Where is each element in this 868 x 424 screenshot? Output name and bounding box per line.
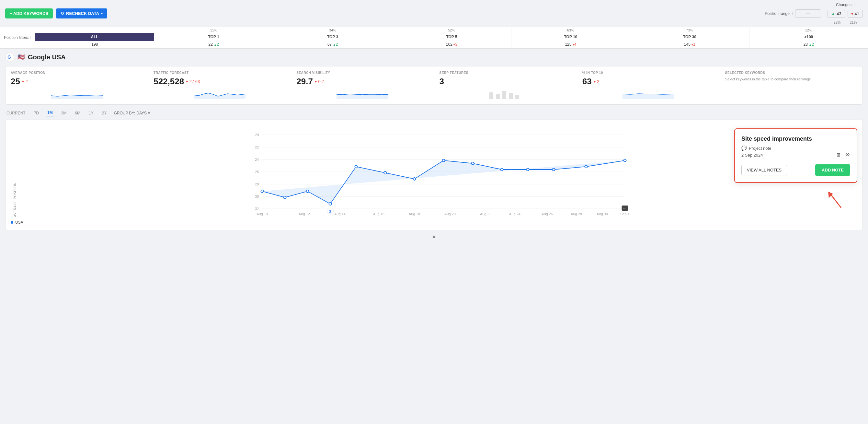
svg-point-31 — [384, 171, 387, 174]
filter-top10-name: TOP 10 — [512, 33, 630, 41]
time-btn-1y[interactable]: 1Y — [88, 110, 95, 116]
filter-gt100-count: 23 ▲2 — [749, 41, 868, 48]
svg-text:Sep 1: Sep 1 — [620, 212, 630, 216]
svg-point-26 — [261, 190, 264, 193]
note-footer: VIEW ALL NOTES ADD NOTE — [741, 164, 850, 176]
add-keywords-button[interactable]: + ADD KEYWORDS — [5, 8, 53, 19]
note-type: 💬 Project note — [741, 145, 850, 151]
svg-text:20: 20 — [255, 133, 259, 137]
changes-down-badge: ▾ 41 — [847, 10, 863, 18]
changes-up-badge: ▲ 43 — [828, 10, 845, 18]
google-usa-title: Google USA — [28, 54, 66, 61]
changes-up-pct: 22% — [834, 21, 841, 24]
svg-text:26: 26 — [255, 170, 259, 174]
filter-top30[interactable]: 73% TOP 30 145 ▾1 — [630, 27, 749, 48]
main-chart-svg: 20 22 24 26 28 30 32 — [17, 125, 857, 216]
filter-top1[interactable]: 11% TOP 1 22 ▲2 — [154, 27, 273, 48]
filter-top10-count: 125 ▾4 — [512, 41, 630, 48]
svg-point-35 — [501, 168, 503, 171]
time-btn-7d[interactable]: 7D — [33, 110, 40, 116]
metric-visibility-value: 29.7 ▾ 0.7 — [296, 77, 429, 87]
chart-y-axis-label: AVERAGE POSITION — [11, 125, 17, 217]
svg-point-34 — [471, 162, 474, 165]
filter-all[interactable]: ALL 198 — [35, 27, 154, 48]
metric-serp-features: SERP FEATURES 3 — [434, 66, 577, 104]
svg-text:Aug 16: Aug 16 — [373, 212, 384, 216]
metric-traffic-label: TRAFFIC FORECAST — [154, 71, 286, 75]
filter-gt100[interactable]: 12% >100 23 ▲2 — [749, 27, 868, 48]
svg-text:28: 28 — [255, 182, 259, 186]
metric-selected-label: SELECTED KEYWORDS — [725, 71, 857, 75]
delete-note-button[interactable]: 🗑 — [836, 152, 841, 158]
time-btn-1m[interactable]: 1M — [46, 110, 54, 116]
svg-point-29 — [329, 203, 332, 205]
position-range-input[interactable]: — — [795, 9, 821, 18]
position-filters-info-icon: i — [30, 36, 31, 39]
time-btn-6m[interactable]: 6M — [73, 110, 82, 116]
metric-avg-position: AVERAGE POSITION 25 ▾ 2 — [5, 66, 148, 104]
filter-top5-name: TOP 5 — [392, 33, 511, 41]
usa-flag-icon: 🇺🇸 — [18, 54, 25, 61]
filter-top1-name: TOP 1 — [154, 33, 273, 41]
time-btn-3m[interactable]: 3M — [60, 110, 68, 116]
metric-avg-position-change: ▾ 2 — [22, 79, 28, 84]
avg-position-sparkline — [11, 89, 143, 99]
metric-visibility-label: SEARCH VISIBILITY — [296, 71, 429, 75]
google-logo-icon: G — [5, 53, 14, 62]
time-btn-current[interactable]: CURRENT — [5, 110, 27, 116]
metrics-row: AVERAGE POSITION 25 ▾ 2 TRAFFIC FORECAST… — [5, 66, 863, 105]
metric-pct-top10: % IN TOP 10 63 ▾ 2 — [577, 66, 720, 104]
svg-point-38 — [585, 165, 588, 168]
filter-top3-name: TOP 3 — [273, 33, 392, 41]
metric-search-visibility: SEARCH VISIBILITY 29.7 ▾ 0.7 — [291, 66, 434, 104]
svg-text:G: G — [7, 54, 11, 60]
position-range-info-icon: i — [792, 12, 793, 15]
chart-controls: CURRENT 7D 1M 3M 6M 1Y 2Y GROUP BY: DAYS… — [5, 110, 863, 116]
svg-text:22: 22 — [255, 145, 259, 149]
svg-marker-10 — [622, 94, 674, 99]
time-btn-2y[interactable]: 2Y — [101, 110, 108, 116]
usa-legend-label: USA — [15, 220, 23, 225]
group-by-chevron-icon: ▾ — [148, 111, 150, 115]
svg-point-28 — [306, 190, 309, 193]
recheck-data-button[interactable]: ↻ RECHECK DATA ▾ — [56, 8, 107, 19]
filter-top10[interactable]: 63% TOP 10 125 ▾4 — [512, 27, 630, 48]
collapse-arrow-icon: ▲ — [431, 233, 437, 239]
project-note-icon: 💬 — [741, 145, 747, 151]
add-note-button[interactable]: ADD NOTE — [815, 164, 850, 176]
position-filters-wrapper: Position filters: i ALL 198 11% TOP 1 22… — [0, 27, 868, 49]
main-content: G 🇺🇸 Google USA AVERAGE POSITION 25 ▾ 2 … — [0, 49, 868, 246]
svg-text:Aug 26: Aug 26 — [541, 212, 553, 216]
filter-top5[interactable]: 52% TOP 5 102 ▾3 — [392, 27, 511, 48]
svg-point-33 — [442, 159, 445, 162]
svg-rect-7 — [502, 91, 506, 99]
filter-all-name: ALL — [35, 33, 154, 41]
svg-marker-25 — [262, 161, 625, 204]
recheck-icon: ↻ — [61, 11, 64, 16]
traffic-sparkline — [154, 89, 286, 99]
group-by-value: DAYS — [136, 111, 147, 115]
recheck-dropdown-arrow: ▾ — [101, 12, 103, 15]
svg-rect-6 — [496, 94, 500, 99]
group-by-label: GROUP BY: — [114, 111, 135, 115]
view-note-button[interactable]: 👁 — [845, 152, 850, 158]
metric-serp-label: SERP FEATURES — [439, 71, 572, 75]
view-all-notes-button[interactable]: VIEW ALL NOTES — [741, 165, 787, 175]
changes-badges: ▲ 43 ▾ 41 — [828, 10, 863, 18]
filter-all-count: 198 — [35, 41, 154, 48]
google-header: G 🇺🇸 Google USA — [5, 53, 863, 62]
svg-text:24: 24 — [255, 158, 259, 162]
filter-top5-count: 102 ▾3 — [392, 41, 511, 48]
bottom-collapse-button[interactable]: ▲ — [5, 230, 863, 243]
filter-top10-pct: 63% — [512, 27, 630, 33]
position-range-label: Position range: i — [765, 11, 793, 16]
group-by-selector[interactable]: GROUP BY: DAYS ▾ — [114, 111, 150, 115]
filter-top5-pct: 52% — [392, 27, 511, 33]
chart-legend: USA — [11, 220, 857, 225]
filter-top3[interactable]: 34% TOP 3 67 ▲2 — [273, 27, 392, 48]
filter-gt100-pct: 12% — [749, 27, 868, 33]
metric-traffic-value: 522,528 ▾ 2,163 — [154, 77, 286, 87]
filter-top3-count: 67 ▲2 — [273, 41, 392, 48]
position-filters-label: Position filters: i — [0, 27, 35, 48]
svg-point-36 — [527, 168, 529, 171]
